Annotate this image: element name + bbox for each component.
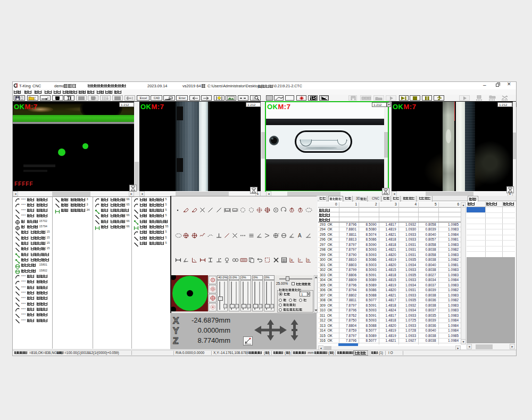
svg-text:b: b	[307, 258, 310, 262]
svg-text:k: k	[291, 258, 293, 262]
svg-text:r: r	[300, 258, 301, 262]
svg-text:Y: Y	[173, 326, 179, 335]
svg-text:A: A	[298, 233, 302, 238]
svg-text:X: X	[173, 316, 179, 325]
svg-text:Z: Z	[173, 336, 178, 345]
